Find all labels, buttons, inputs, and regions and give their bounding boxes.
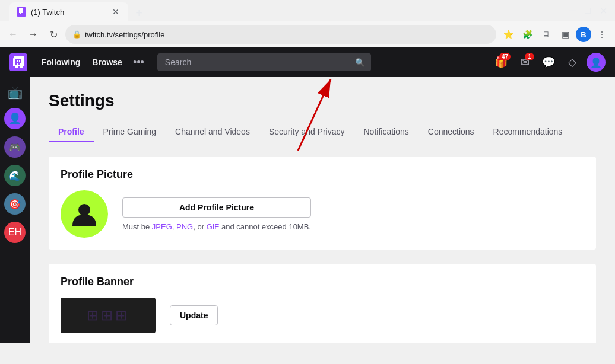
prime-gaming-button[interactable]: 🎁 47: [492, 53, 511, 72]
twitch-pattern: ⊞⊞⊞: [87, 307, 129, 324]
search-button[interactable]: 🔍: [350, 53, 371, 71]
whispers-badge: 1: [525, 53, 534, 60]
browser-toolbar-right: ⭐ 🧩 🖥 ▣ B ⋮: [500, 26, 610, 43]
whispers-button[interactable]: ✉ 1: [515, 53, 534, 72]
main-content-area: 📺 👤 🎮 🌊 🎯 EH Settings Profile: [0, 77, 615, 343]
user-avatar-button[interactable]: 👤: [587, 53, 606, 72]
header-right-controls: 🎁 47 ✉ 1 💬 ◇ 👤: [492, 53, 606, 72]
tab-favicon: [17, 7, 26, 17]
page-title: Settings: [49, 91, 596, 110]
tab-close-button[interactable]: ✕: [110, 7, 121, 17]
cast-button[interactable]: 🖥: [538, 26, 554, 43]
forward-button[interactable]: →: [25, 26, 42, 43]
browser-menu-button[interactable]: ⋮: [594, 26, 610, 43]
content-wrapper: Profile Picture Add Profile Picture Must: [49, 157, 596, 343]
banner-preview: ⊞⊞⊞: [61, 298, 156, 333]
bookmark-button[interactable]: ⭐: [500, 26, 516, 43]
activity-icon: 💬: [542, 56, 555, 69]
back-button[interactable]: ←: [5, 26, 21, 43]
tab-title: (1) Twitch: [31, 8, 64, 17]
main-navigation: Following Browse •••: [37, 54, 148, 71]
sidebar-avatar-2[interactable]: 🎮: [4, 136, 26, 158]
tab-channel-videos[interactable]: Channel and Videos: [166, 122, 259, 142]
drops-icon: ◇: [568, 56, 576, 69]
browser-profile[interactable]: B: [576, 27, 591, 42]
extensions-button[interactable]: 🧩: [519, 26, 535, 43]
twitch-logo[interactable]: [9, 53, 27, 71]
minimize-button[interactable]: ─: [565, 4, 579, 18]
drops-button[interactable]: ◇: [563, 53, 582, 72]
page-content: Settings Profile Prime Gaming Channel an…: [30, 77, 615, 343]
tab-connections[interactable]: Connections: [419, 122, 484, 142]
more-nav-button[interactable]: •••: [129, 54, 148, 71]
profile-picture-title: Profile Picture: [61, 168, 584, 181]
profile-banner-title: Profile Banner: [61, 276, 584, 288]
profile-picture-actions: Add Profile Picture Must be JPEG, PNG, o…: [122, 197, 311, 231]
browser-tab-active[interactable]: (1) Twitch ✕: [9, 2, 128, 21]
profile-banner-section: Profile Banner ⊞⊞⊞ Update: [49, 264, 596, 343]
lock-icon: 🔒: [72, 30, 81, 39]
activity-feed-button[interactable]: 💬: [539, 53, 558, 72]
new-tab-button[interactable]: +: [131, 5, 147, 21]
reload-button[interactable]: ↻: [45, 26, 62, 43]
profile-picture-avatar: [61, 190, 108, 238]
tab-security-privacy[interactable]: Security and Privacy: [259, 122, 354, 142]
tab-recommendations[interactable]: Recommendations: [484, 122, 572, 142]
profile-picture-hint: Must be JPEG, PNG, or GIF and cannot exc…: [122, 222, 311, 231]
tab-profile[interactable]: Profile: [49, 122, 94, 142]
svg-point-2: [78, 204, 90, 216]
browser-toolbar: ← → ↻ 🔒 twitch.tv/settings/profile ⭐ 🧩 🖥…: [0, 21, 615, 47]
sidebar-following-icon[interactable]: 📺: [4, 82, 26, 103]
settings-tabs: Profile Prime Gaming Channel and Videos …: [49, 122, 596, 142]
update-banner-button[interactable]: Update: [170, 305, 218, 325]
add-profile-picture-button[interactable]: Add Profile Picture: [122, 197, 311, 218]
profile-picture-row: Add Profile Picture Must be JPEG, PNG, o…: [61, 190, 584, 238]
search-input[interactable]: [157, 53, 371, 71]
banner-row: ⊞⊞⊞ Update: [61, 298, 584, 333]
sidebar-avatar-1[interactable]: 👤: [4, 108, 26, 129]
tab-prime-gaming[interactable]: Prime Gaming: [94, 122, 166, 142]
tab-notifications[interactable]: Notifications: [354, 122, 419, 142]
banner-actions: Update: [170, 305, 218, 325]
window-controls: ─ □ ✕: [565, 4, 610, 18]
sidebar-avatar-3[interactable]: 🌊: [4, 165, 26, 186]
twitch-header: Following Browse ••• 🔍 🎁 47 ✉ 1 💬 ◇: [0, 47, 615, 77]
browser-titlebar: (1) Twitch ✕ + ─ □ ✕: [0, 0, 615, 21]
address-bar[interactable]: 🔒 twitch.tv/settings/profile: [65, 25, 496, 44]
address-bar-url: twitch.tv/settings/profile: [85, 30, 489, 39]
png-hint: PNG: [176, 222, 193, 231]
sidebar: 📺 👤 🎮 🌊 🎯 EH: [0, 77, 30, 343]
close-button[interactable]: ✕: [596, 4, 610, 18]
profile-picture-section: Profile Picture Add Profile Picture Must: [49, 157, 596, 250]
browse-nav-link[interactable]: Browse: [87, 54, 127, 71]
avatar-silhouette-icon: [69, 199, 99, 229]
jpeg-hint: JPEG: [152, 222, 172, 231]
tab-bar: (1) Twitch ✕ +: [5, 0, 563, 21]
notifications-badge: 47: [499, 53, 511, 60]
search-container: 🔍: [157, 53, 371, 71]
user-avatar-icon: 👤: [590, 57, 602, 68]
following-nav-link[interactable]: Following: [37, 54, 85, 71]
sidebar-button[interactable]: ▣: [557, 26, 573, 43]
twitch-app: Following Browse ••• 🔍 🎁 47 ✉ 1 💬 ◇: [0, 47, 615, 343]
browser-window: (1) Twitch ✕ + ─ □ ✕ ← → ↻ 🔒 twitch.tv/s…: [0, 0, 615, 47]
sidebar-avatar-5[interactable]: EH: [4, 222, 26, 243]
maximize-button[interactable]: □: [581, 4, 595, 18]
gif-hint: GIF: [207, 222, 220, 231]
sidebar-avatar-4[interactable]: 🎯: [4, 193, 26, 215]
